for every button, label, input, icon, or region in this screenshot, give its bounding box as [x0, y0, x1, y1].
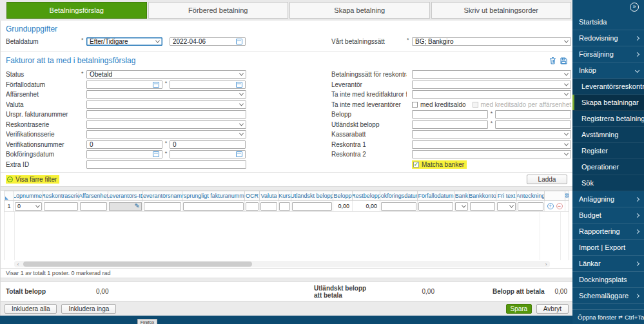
utlandskt-belopp-from-input[interactable]: [412, 120, 488, 129]
payment-method-select[interactable]: BG; Bankgiro: [412, 37, 571, 46]
grid-settings-cell[interactable]: ⚙: [565, 191, 569, 201]
reskontraserie-select[interactable]: [86, 120, 246, 129]
calendar-icon[interactable]: [236, 151, 242, 157]
utlandskt-belopp-cell[interactable]: [292, 202, 332, 211]
add-row-icon[interactable]: +: [547, 203, 554, 209]
betalningssatt-reskontrapost-select[interactable]: [412, 70, 571, 79]
sidebar-item-oppna-fonster[interactable]: Öppna fönster ⇄ Ctrl+Tab: [572, 309, 644, 324]
cancel-button[interactable]: Avbryt: [536, 304, 569, 314]
bokforingsdatum-cell[interactable]: [381, 202, 416, 211]
content-panel: Grunduppgifter Betaldatum * Efter/Tidiga…: [0, 21, 572, 316]
med-kreditsaldo-checkbox[interactable]: [412, 102, 418, 108]
sidebar-item-lankar[interactable]: Länkar: [572, 256, 644, 272]
forfallodatum-label: Förfallodatum: [6, 81, 81, 88]
status-select[interactable]: Obetald: [86, 70, 246, 79]
sidebar-item-avstamning[interactable]: Avstämning: [572, 127, 644, 143]
med-kreditsaldo-per-affarsenhet-checkbox: [473, 102, 478, 108]
sidebar-item-startsida[interactable]: Startsida: [572, 14, 644, 30]
show-fewer-filters-link[interactable]: − Visa färre filter: [6, 175, 59, 184]
sidebar-item-rapportering[interactable]: Rapportering: [572, 224, 644, 240]
fri-text-cell-select[interactable]: [497, 202, 516, 211]
bokforingsdatum-to-input[interactable]: [170, 150, 246, 158]
tab-skriv-ut-betalningsorder[interactable]: Skriv ut betalningsorder: [431, 2, 572, 19]
affarsenhet-select[interactable]: [86, 90, 246, 99]
kurs-cell[interactable]: [279, 202, 290, 211]
extra-id-input[interactable]: [86, 160, 246, 169]
calendar-icon[interactable]: [236, 82, 242, 88]
valuta-cell[interactable]: [260, 202, 277, 211]
leverantors-id-cell[interactable]: ✎: [109, 202, 142, 211]
bokforingsdatum-from-input[interactable]: [86, 150, 162, 158]
sidebar-item-leverantorsreskontra[interactable]: Leverantörsreskontra: [572, 79, 644, 95]
forfallodatum-to-input[interactable]: [170, 81, 246, 89]
delete-row-icon[interactable]: −: [556, 203, 563, 209]
verifikationsnummer-to-input[interactable]: 0: [170, 140, 246, 149]
leverantor-select[interactable]: [412, 81, 571, 89]
pencil-icon[interactable]: ✎: [135, 203, 140, 209]
bankkonto-cell[interactable]: [470, 202, 495, 211]
affarsenhet-cell[interactable]: [80, 202, 107, 211]
required-marker: *: [407, 37, 412, 43]
sidebar-item-forsaljning[interactable]: Försäljning: [572, 46, 644, 62]
reskontraserie-cell[interactable]: [44, 202, 78, 211]
scroll-left-icon[interactable]: ‹: [14, 262, 22, 267]
sidebar-item-redovisning[interactable]: Redovisning: [572, 30, 644, 46]
sidebar-item-sok[interactable]: Sök: [572, 175, 644, 191]
horizontal-scrollbar[interactable]: ‹ ›: [14, 261, 550, 267]
chevron-down-icon: [155, 38, 160, 43]
select-all-header-cell[interactable]: [4, 191, 14, 201]
ocr-cell[interactable]: [246, 202, 259, 211]
sidebar-item-operationer[interactable]: Operationer: [572, 159, 644, 175]
matcha-banker-checkbox[interactable]: ✓: [413, 162, 419, 167]
leverantorsnamn-cell[interactable]: [144, 202, 181, 211]
scrollbar-thumb[interactable]: [23, 262, 252, 267]
sidebar-item-skapa-betalningar[interactable]: Skapa betalningar: [572, 95, 644, 111]
verifikationsnummer-from-input[interactable]: 0: [86, 140, 162, 149]
save-button[interactable]: Spara: [506, 304, 532, 314]
include-none-button[interactable]: Inkludera inga: [61, 304, 116, 314]
ladda-button[interactable]: Ladda: [527, 175, 567, 184]
sidebar-item-inkop[interactable]: Inköp: [572, 62, 644, 79]
sidebar-item-import-export[interactable]: Import | Export: [572, 240, 644, 256]
calendar-icon[interactable]: [153, 82, 159, 88]
scroll-right-icon[interactable]: ›: [542, 262, 550, 267]
tab-betalningsforslag[interactable]: Betalningsförslag: [6, 2, 147, 19]
ta-inte-med-kreditfakturor-select[interactable]: [412, 90, 571, 99]
gear-icon[interactable]: ⚙: [565, 193, 569, 199]
sidebar-item-register[interactable]: Register: [572, 143, 644, 159]
lopnummer-cell-select[interactable]: 0: [15, 202, 42, 211]
belopp-from-input[interactable]: [412, 110, 488, 119]
row-number[interactable]: 1: [4, 201, 14, 212]
tab-forbered-betalning[interactable]: Förbered betalning: [148, 2, 289, 19]
sidebar-item-registrera-betalningar[interactable]: Registrera betalningar: [572, 111, 644, 127]
save-filter-icon[interactable]: [560, 55, 567, 67]
calendar-icon[interactable]: [153, 151, 159, 157]
betaldatum-date-input[interactable]: 2022-04-06: [170, 37, 246, 46]
bank-cell-select[interactable]: [455, 202, 468, 211]
urspr-fakturanummer-input[interactable]: [86, 110, 246, 119]
reskontra2-select[interactable]: [412, 150, 571, 158]
ursprungligt-fakturanummer-cell[interactable]: [183, 202, 244, 211]
tab-skapa-betalning[interactable]: Skapa betalning: [289, 2, 430, 19]
belopp-to-input[interactable]: [495, 110, 571, 119]
kassarabatt-select[interactable]: [412, 130, 571, 138]
delete-filter-icon[interactable]: [549, 55, 556, 67]
sidebar-item-schemalaggare[interactable]: Schemaläggare: [572, 288, 644, 304]
taskbar-app-button[interactable]: Firefox: [137, 319, 157, 324]
valuta-select[interactable]: [86, 100, 246, 109]
forfallodatum-from-input[interactable]: [86, 81, 162, 89]
invoice-grid: Löpnummer Reskontraserie Affärsenhet Lev…: [4, 191, 569, 268]
verifikationsserie-select[interactable]: [86, 130, 246, 138]
forfallodatum-cell[interactable]: [418, 202, 453, 211]
anteckning-cell[interactable]: [518, 202, 543, 211]
utlandskt-belopp-to-input[interactable]: [495, 120, 571, 129]
reskontra1-select[interactable]: [412, 140, 571, 149]
sidebar-item-dockningsplats[interactable]: Dockningsplats: [572, 272, 644, 288]
sidebar-collapse-icon[interactable]: »: [630, 3, 639, 12]
calendar-icon[interactable]: [236, 39, 242, 44]
betaldatum-mode-select[interactable]: Efter/Tidigare: [86, 37, 162, 46]
sidebar-item-budget[interactable]: Budget: [572, 207, 644, 224]
chevron-right-icon: [635, 196, 639, 201]
sidebar-item-anlaggning[interactable]: Anläggning: [572, 191, 644, 207]
include-all-button[interactable]: Inkludera alla: [5, 304, 57, 314]
